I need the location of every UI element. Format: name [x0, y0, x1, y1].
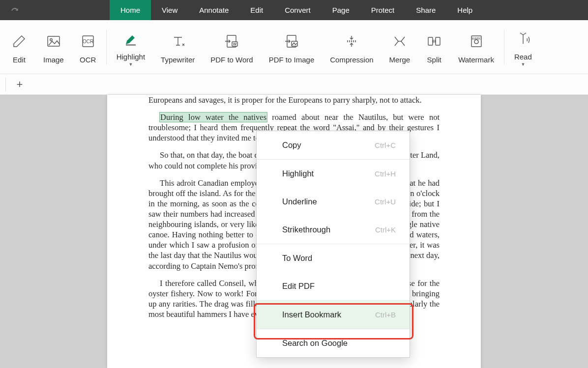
context-menu-label: Highlight — [282, 169, 314, 178]
highlight-button[interactable]: Highlight▼ — [109, 20, 153, 74]
context-menu-shortcut: Ctrl+H — [375, 170, 396, 178]
svg-point-1 — [50, 39, 52, 41]
compression-button[interactable]: Compression — [322, 20, 381, 74]
context-menu-search-google[interactable]: Search on Google — [257, 329, 410, 357]
compression-icon — [343, 30, 360, 53]
context-menu-strikethrough[interactable]: StrikethroughCtrl+K — [257, 216, 410, 244]
context-menu-shortcut: Ctrl+K — [375, 226, 396, 234]
pdf-to-image-icon — [283, 30, 300, 53]
context-menu-shortcut: Ctrl+C — [375, 141, 396, 149]
split-icon — [426, 30, 442, 53]
context-menu-label: Copy — [282, 141, 301, 150]
svg-text:W: W — [233, 42, 237, 46]
ribbon-label: Split — [427, 56, 441, 64]
ocr-icon: OCR — [80, 30, 96, 53]
context-menu-edit-pdf[interactable]: Edit PDF — [257, 272, 410, 300]
context-menu-label: Search on Google — [282, 339, 348, 348]
edit-button[interactable]: Edit — [3, 20, 35, 74]
context-menu-label: Edit PDF — [282, 282, 315, 291]
menu-tab-convert[interactable]: Convert — [274, 0, 322, 20]
svg-rect-4 — [126, 44, 136, 46]
read-button[interactable]: Read▼ — [506, 20, 540, 74]
menubar-spacer — [29, 0, 110, 20]
pdf-to-word-icon: W — [223, 30, 240, 53]
document-tabstrip: + — [0, 74, 588, 95]
ribbon-label: Compression — [330, 56, 373, 64]
menu-tab-view[interactable]: View — [151, 0, 188, 20]
context-menu-label: Strikethrough — [282, 225, 330, 234]
ocr-button[interactable]: OCROCR — [72, 20, 104, 74]
ribbon-label: Edit — [13, 56, 26, 64]
svg-text:OCR: OCR — [83, 39, 93, 44]
context-menu-shortcut: Ctrl+U — [375, 198, 396, 206]
ribbon-label: Highlight — [117, 53, 145, 61]
ribbon-label: Merge — [389, 56, 411, 64]
context-menu-to-word[interactable]: To Word — [257, 244, 410, 272]
context-menu-insert-bookmark[interactable]: Insert BookmarkCtrl+B — [257, 301, 410, 329]
context-menu-highlight[interactable]: HighlightCtrl+H — [257, 160, 410, 188]
context-menu: CopyCtrl+CHighlightCtrl+HUnderlineCtrl+U… — [256, 131, 410, 358]
context-menu-label: Insert Bookmark — [282, 310, 341, 319]
redo-icon — [10, 5, 20, 15]
highlight-icon — [122, 27, 139, 50]
ribbon-label: PDF to Word — [210, 56, 253, 64]
read-icon — [515, 27, 531, 50]
menu-tab-page[interactable]: Page — [322, 0, 360, 20]
image-icon — [45, 30, 62, 53]
menu-tab-edit[interactable]: Edit — [239, 0, 274, 20]
ribbon-label: Watermark — [458, 56, 494, 64]
edit-icon — [11, 30, 28, 53]
ribbon-label: Read — [514, 53, 532, 61]
menubar: HomeViewAnnotateEditConvertPageProtectSh… — [0, 0, 588, 20]
context-menu-label: To Word — [282, 254, 312, 263]
ribbon-label: Image — [43, 56, 64, 64]
text-selection[interactable]: During low water the natives — [160, 113, 267, 122]
svg-rect-11 — [436, 37, 440, 45]
new-tab-button[interactable]: + — [13, 78, 27, 91]
pdf-to-word-button[interactable]: WPDF to Word — [203, 20, 261, 74]
ribbon-label: Typewriter — [161, 56, 195, 64]
merge-button[interactable]: Merge — [382, 20, 418, 74]
context-menu-copy[interactable]: CopyCtrl+C — [257, 131, 410, 159]
merge-icon — [391, 30, 408, 53]
paragraph[interactable]: Europeans and savages, it is proper for … — [148, 95, 440, 105]
context-menu-label: Underline — [282, 197, 317, 206]
menu-tab-share[interactable]: Share — [405, 0, 446, 20]
ribbon-label: PDF to Image — [269, 56, 315, 64]
context-menu-shortcut: Ctrl+B — [375, 311, 396, 319]
dropdown-caret-icon: ▼ — [521, 62, 525, 67]
ribbon-toolbar: EditImageOCROCRHighlight▼TypewriterWPDF … — [0, 20, 588, 74]
menu-tab-home[interactable]: Home — [110, 0, 151, 20]
menu-tab-help[interactable]: Help — [446, 0, 483, 20]
pdf-to-image-button[interactable]: PDF to Image — [261, 20, 323, 74]
tabstrip-stub — [4, 78, 6, 91]
svg-rect-10 — [428, 37, 433, 45]
watermark-button[interactable]: MARKWatermark — [450, 20, 502, 74]
ribbon-separator — [504, 30, 504, 64]
image-button[interactable]: Image — [35, 20, 72, 74]
redo-button[interactable] — [0, 0, 29, 20]
watermark-icon: MARK — [468, 30, 485, 53]
typewriter-icon — [170, 30, 186, 53]
context-menu-underline[interactable]: UnderlineCtrl+U — [257, 188, 410, 216]
dropdown-caret-icon: ▼ — [128, 62, 133, 67]
ribbon-label: OCR — [80, 56, 96, 64]
ribbon-separator — [106, 30, 107, 64]
split-button[interactable]: Split — [418, 20, 450, 74]
menu-tab-protect[interactable]: Protect — [360, 0, 406, 20]
typewriter-button[interactable]: Typewriter — [153, 20, 203, 74]
menu-tab-annotate[interactable]: Annotate — [188, 0, 239, 20]
